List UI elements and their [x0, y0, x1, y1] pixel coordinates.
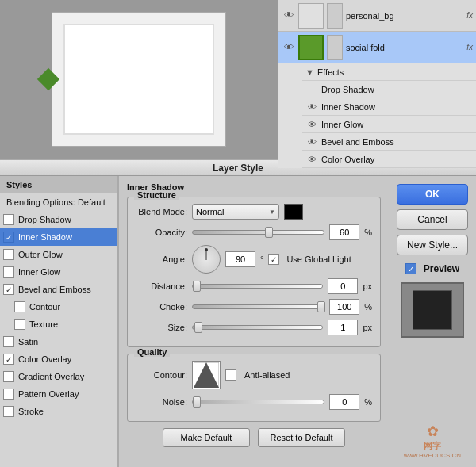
style-texture[interactable]: Texture: [0, 316, 117, 333]
size-slider[interactable]: [192, 325, 323, 330]
style-label-stroke: Stroke: [18, 407, 44, 416]
use-global-light-checkbox[interactable]: [268, 254, 279, 265]
distance-row: Distance: 0 px: [136, 278, 372, 294]
angle-dial[interactable]: [192, 245, 221, 274]
effects-group: ▼ Effects Drop Shadow 👁 Inner Shadow 👁 I…: [278, 63, 476, 168]
distance-thumb[interactable]: [193, 281, 201, 292]
style-blending-options[interactable]: Blending Options: Default: [0, 193, 117, 211]
effect-drop-shadow[interactable]: Drop Shadow: [302, 81, 476, 98]
choke-unit: %: [364, 302, 372, 312]
distance-input[interactable]: 0: [328, 278, 358, 294]
checkbox-texture[interactable]: [14, 319, 25, 330]
contour-thumbnail[interactable]: [192, 361, 221, 389]
checkbox-gradient-overlay[interactable]: [3, 371, 14, 382]
choke-thumb[interactable]: [317, 301, 325, 312]
checkbox-stroke[interactable]: [3, 406, 14, 417]
make-default-button[interactable]: Make Default: [163, 428, 250, 447]
angle-input[interactable]: 90: [225, 251, 255, 267]
checkbox-color-overlay[interactable]: [3, 354, 14, 365]
style-satin[interactable]: Satin: [0, 333, 117, 350]
checkbox-bevel-emboss[interactable]: [3, 284, 14, 295]
style-pattern-overlay[interactable]: Pattern Overlay: [0, 385, 117, 403]
anti-alias-row: Anti-aliased: [225, 369, 290, 381]
green-diamond: [37, 68, 60, 90]
blend-mode-dropdown[interactable]: Normal ▼: [192, 204, 279, 220]
style-stroke[interactable]: Stroke: [0, 403, 117, 420]
watermark-text: 网字: [395, 440, 470, 452]
opacity-input[interactable]: 60: [329, 224, 359, 240]
checkbox-satin[interactable]: [3, 336, 14, 347]
layer-row-personal[interactable]: 👁 personal_bg fx: [278, 0, 476, 32]
opacity-slider[interactable]: [192, 230, 324, 235]
size-label: Size:: [136, 323, 187, 332]
angle-unit: °: [260, 255, 263, 264]
style-label-outer-glow: Outer Glow: [18, 250, 63, 259]
cancel-button[interactable]: Cancel: [397, 209, 468, 230]
checkbox-pattern-overlay[interactable]: [3, 389, 14, 400]
checkbox-contour[interactable]: [14, 301, 25, 312]
style-color-overlay[interactable]: Color Overlay: [0, 350, 117, 368]
effect-label-inner-shadow: Inner Shadow: [321, 102, 375, 112]
styles-panel-header: Styles: [0, 176, 117, 193]
eye-icon-inner-shadow: 👁: [305, 101, 318, 113]
blend-mode-color-swatch[interactable]: [284, 204, 303, 220]
eye-icon-personal[interactable]: 👁: [282, 9, 296, 23]
checkbox-outer-glow[interactable]: [3, 249, 14, 260]
new-style-button[interactable]: New Style...: [397, 235, 468, 255]
angle-row: Angle: 90 ° Use Global Light: [136, 245, 372, 274]
structure-legend: Structure: [134, 190, 179, 200]
styles-panel: Styles Blending Options: Default Drop Sh…: [0, 176, 119, 467]
effect-color-overlay[interactable]: 👁 Color Overlay: [302, 151, 476, 168]
effect-inner-glow[interactable]: 👁 Inner Glow: [302, 116, 476, 133]
choke-slider[interactable]: [192, 304, 324, 309]
layer-thumb-social: [298, 35, 324, 60]
style-inner-glow[interactable]: Inner Glow: [0, 263, 117, 281]
angle-line-vertical: [206, 249, 207, 260]
noise-thumb[interactable]: [193, 396, 201, 408]
checkbox-drop-shadow[interactable]: [3, 214, 14, 225]
choke-input[interactable]: 100: [329, 299, 359, 315]
style-drop-shadow[interactable]: Drop Shadow: [0, 211, 117, 228]
ok-button[interactable]: OK: [397, 184, 468, 205]
opacity-thumb[interactable]: [265, 227, 273, 238]
preview-checkbox[interactable]: [405, 263, 416, 274]
style-label-pattern-overlay: Pattern Overlay: [18, 389, 79, 399]
distance-unit: px: [363, 281, 372, 291]
size-input[interactable]: 1: [328, 320, 358, 335]
canvas-inner: [52, 12, 226, 147]
layer-name-social: social fold: [346, 43, 465, 52]
style-label-gradient-overlay: Gradient Overlay: [18, 372, 84, 381]
layer-name-personal: personal_bg: [346, 11, 465, 21]
style-bevel-emboss[interactable]: Bevel and Emboss: [0, 281, 117, 298]
noise-row: Noise: 0 %: [136, 394, 372, 410]
style-gradient-overlay[interactable]: Gradient Overlay: [0, 368, 117, 385]
preview-label: Preview: [424, 263, 459, 274]
effect-inner-shadow[interactable]: 👁 Inner Shadow: [302, 98, 476, 116]
anti-aliased-checkbox[interactable]: [225, 369, 236, 381]
style-label-inner-shadow: Inner Shadow: [18, 232, 72, 242]
style-outer-glow[interactable]: Outer Glow: [0, 246, 117, 263]
layers-panel: 👁 personal_bg fx 👁 social fold fx ▼ Effe…: [278, 0, 476, 159]
checkbox-inner-glow[interactable]: [3, 266, 14, 278]
dialog-title: Layer Style: [213, 163, 263, 174]
style-label-satin: Satin: [18, 337, 38, 346]
choke-row: Choke: 100 %: [136, 299, 372, 315]
settings-panel: Inner Shadow Structure Blend Mode: Norma…: [119, 176, 389, 467]
canvas-inner-border: [63, 24, 214, 135]
layer-row-social[interactable]: 👁 social fold fx: [278, 32, 476, 63]
reset-default-button[interactable]: Reset to Default: [258, 428, 345, 447]
noise-slider[interactable]: [192, 400, 324, 404]
effect-label-color-overlay: Color Overlay: [321, 155, 374, 164]
style-label-blending: Blending Options: Default: [6, 197, 106, 207]
checkbox-inner-shadow[interactable]: [3, 232, 14, 243]
canvas-preview: [0, 0, 278, 159]
style-contour[interactable]: Contour: [0, 298, 117, 316]
distance-slider[interactable]: [192, 284, 323, 289]
eye-icon-inner-glow: 👁: [305, 118, 318, 131]
effect-bevel-emboss[interactable]: 👁 Bevel and Emboss: [302, 133, 476, 151]
style-inner-shadow[interactable]: Inner Shadow: [0, 228, 117, 246]
eye-icon-social[interactable]: 👁: [282, 40, 296, 55]
noise-label: Noise:: [136, 397, 187, 407]
size-thumb[interactable]: [194, 322, 202, 333]
noise-input[interactable]: 0: [329, 394, 359, 410]
